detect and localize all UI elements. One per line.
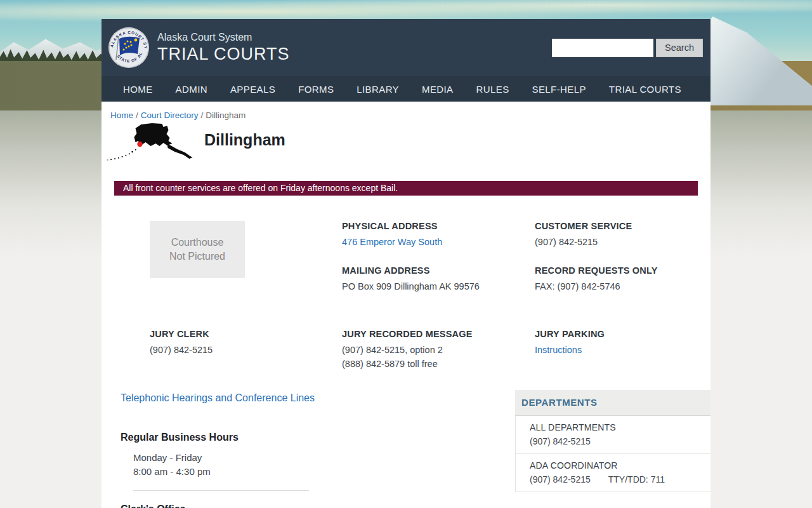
record-requests-heading: RECORD REQUESTS ONLY (535, 265, 710, 276)
business-hours: Monday - Friday 8:00 am - 4:30 pm (133, 451, 515, 479)
breadcrumb-home-link[interactable]: Home (110, 110, 133, 120)
dillingham-location-dot (137, 142, 142, 147)
customer-service-phone: (907) 842-5215 (535, 235, 710, 249)
jury-recorded-block: JURY RECORDED MESSAGE (907) 842-5215, op… (342, 329, 535, 371)
main-navigation: HOME ADMIN APPEALS FORMS LIBRARY MEDIA R… (102, 76, 710, 102)
breadcrumb-separator: / (133, 110, 141, 120)
nav-item-rules[interactable]: RULES (465, 77, 521, 101)
jury-clerk-heading: JURY CLERK (150, 329, 342, 339)
search-input[interactable] (552, 39, 653, 57)
jury-parking-block: JURY PARKING Instructions (535, 329, 710, 371)
page-title-row: Dillingham (105, 123, 710, 162)
department-row-ada: ADA COORDINATOR (907) 842-5215TTY/TDD: 7… (516, 454, 710, 492)
breadcrumb: Home/Court Directory/Dillingham (102, 102, 710, 120)
breadcrumb-directory-link[interactable]: Court Directory (141, 110, 199, 120)
telephonic-hearings-link[interactable]: Telephonic Hearings and Conference Lines (121, 392, 315, 403)
mailing-address-heading: MAILING ADDRESS (342, 265, 535, 276)
jury-recorded-line2: (888) 842-5879 toll free (342, 357, 535, 371)
nav-item-forms[interactable]: FORMS (287, 77, 345, 101)
breadcrumb-current: Dillingham (206, 110, 246, 120)
physical-address-heading: PHYSICAL ADDRESS (342, 221, 535, 231)
jury-recorded-heading: JURY RECORDED MESSAGE (342, 329, 535, 339)
site-section-title: TRIAL COURTS (157, 44, 552, 64)
business-hours-time: 8:00 am - 4:30 pm (133, 465, 515, 479)
nav-item-trial-courts[interactable]: TRIAL COURTS (598, 77, 693, 101)
department-phone: (907) 842-5215TTY/TDD: 711 (530, 474, 710, 485)
breadcrumb-separator: / (199, 110, 206, 120)
site-header: ALASKA COURT SYSTEM STATE OF ALASKA Alas… (102, 19, 710, 76)
jury-parking-instructions-link[interactable]: Instructions (535, 345, 582, 355)
page-title: Dillingham (204, 131, 285, 149)
nav-item-media[interactable]: MEDIA (410, 77, 465, 101)
alaska-map-icon (105, 123, 200, 162)
courthouse-photo-column: Courthouse Not Pictured (150, 221, 342, 293)
jury-clerk-block: JURY CLERK (907) 842-5215 (150, 329, 342, 371)
mailing-address-text: PO Box 909 Dillingham AK 99576 (342, 279, 535, 293)
nav-item-admin[interactable]: ADMIN (164, 77, 219, 101)
departments-list: ALL DEPARTMENTS (907) 842-5215 ADA COORD… (515, 416, 710, 492)
nav-item-home[interactable]: HOME (112, 77, 164, 101)
lower-section: Telephonic Hearings and Conference Lines… (102, 390, 710, 508)
hours-divider (133, 490, 309, 491)
address-column: PHYSICAL ADDRESS 476 Emperor Way South M… (342, 221, 535, 293)
record-requests-fax: FAX: (907) 842-5746 (535, 279, 710, 293)
photo-placeholder-line2: Not Pictured (169, 250, 225, 264)
departments-heading: DEPARTMENTS (521, 397, 598, 408)
department-row-all: ALL DEPARTMENTS (907) 842-5215 (516, 416, 710, 454)
departments-header: DEPARTMENTS (515, 390, 710, 416)
department-phone: (907) 842-5215 (530, 436, 710, 446)
business-hours-heading: Regular Business Hours (121, 432, 515, 443)
site-name: Alaska Court System (157, 32, 552, 43)
department-name: ALL DEPARTMENTS (530, 422, 710, 432)
jury-info-grid: JURY CLERK (907) 842-5215 JURY RECORDED … (150, 329, 710, 371)
alert-banner: All front counter services are offered o… (114, 181, 698, 196)
physical-address-block: PHYSICAL ADDRESS 476 Emperor Way South (342, 221, 535, 249)
record-requests-block: RECORD REQUESTS ONLY FAX: (907) 842-5746 (535, 265, 710, 293)
department-tty: TTY/TDD: 711 (608, 474, 665, 485)
department-name: ADA COORDINATOR (530, 460, 710, 471)
nav-item-appeals[interactable]: APPEALS (219, 77, 287, 101)
clerks-office-heading: Clerk's Office (121, 504, 515, 508)
physical-address-link[interactable]: 476 Emperor Way South (342, 237, 442, 247)
business-hours-days: Monday - Friday (133, 451, 515, 465)
nav-item-library[interactable]: LIBRARY (345, 77, 410, 101)
jury-recorded-line1: (907) 842-5215, option 2 (342, 343, 535, 357)
search-form: Search (552, 39, 703, 57)
alaska-court-seal-logo: ALASKA COURT SYSTEM STATE OF ALASKA (108, 27, 150, 69)
search-button[interactable]: Search (656, 39, 703, 57)
main-content: Home/Court Directory/Dillingham Dillingh… (102, 102, 710, 508)
contact-info-grid: Courthouse Not Pictured PHYSICAL ADDRESS… (150, 221, 710, 293)
mailing-address-block: MAILING ADDRESS PO Box 909 Dillingham AK… (342, 265, 535, 293)
hours-column: Telephonic Hearings and Conference Lines… (102, 390, 515, 508)
nav-item-self-help[interactable]: SELF-HELP (521, 77, 598, 101)
customer-service-heading: CUSTOMER SERVICE (535, 221, 710, 231)
page-container: ALASKA COURT SYSTEM STATE OF ALASKA Alas… (102, 19, 710, 508)
photo-placeholder-line1: Courthouse (171, 236, 224, 250)
departments-sidebar: DEPARTMENTS ALL DEPARTMENTS (907) 842-52… (515, 390, 710, 508)
phone-column: CUSTOMER SERVICE (907) 842-5215 RECORD R… (535, 221, 710, 293)
jury-parking-heading: JURY PARKING (535, 329, 710, 339)
jury-clerk-phone: (907) 842-5215 (150, 343, 342, 357)
header-titles: Alaska Court System TRIAL COURTS (157, 32, 552, 64)
customer-service-block: CUSTOMER SERVICE (907) 842-5215 (535, 221, 710, 249)
courthouse-photo-placeholder: Courthouse Not Pictured (150, 221, 245, 278)
